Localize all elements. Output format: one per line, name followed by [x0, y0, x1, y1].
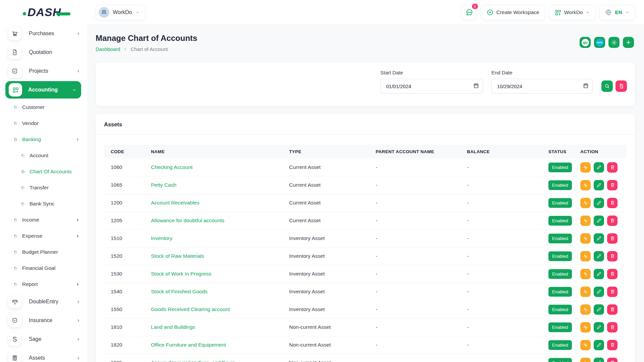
edit-button[interactable] [594, 233, 604, 244]
activity-button[interactable] [580, 162, 591, 173]
activity-button[interactable] [580, 251, 591, 261]
activity-button[interactable] [580, 269, 591, 279]
language-selector[interactable]: EN [599, 5, 635, 20]
account-name-link[interactable]: Office Furniture and Equipement [151, 342, 226, 348]
activity-button[interactable] [580, 358, 591, 362]
delete-button[interactable] [607, 198, 618, 208]
delete-button[interactable] [607, 269, 618, 279]
edit-button[interactable] [594, 340, 604, 350]
workspace-switcher[interactable]: WorkDo [549, 5, 596, 20]
pencil-icon [597, 183, 601, 187]
search-button[interactable] [601, 80, 613, 92]
account-name-link[interactable]: Accum.depreciation-Furn. and Equip [151, 360, 235, 362]
account-name-link[interactable]: Inventory [151, 235, 172, 241]
end-date-input[interactable] [491, 79, 593, 94]
sidebar-item-sage[interactable]: S Sage [0, 330, 87, 349]
account-name-link[interactable]: Allowance for doubtful accounts [151, 218, 224, 223]
sidebar-item-assets[interactable]: Assets [0, 349, 87, 362]
account-name-link[interactable]: Land and Buildings [151, 324, 195, 330]
brand-logo[interactable]: DASH [23, 6, 70, 19]
sidebar-item-purchases[interactable]: Purchases [0, 24, 87, 43]
bullet-icon [21, 202, 25, 206]
reset-filter-button[interactable] [615, 80, 627, 92]
sidebar-item-vendor[interactable]: Vendor [0, 115, 87, 131]
edit-button[interactable] [594, 358, 604, 362]
bullet-icon [13, 234, 18, 238]
sidebar-item-quotation[interactable]: Quotation [0, 43, 87, 62]
column-header-type: TYPE [282, 145, 369, 159]
chevron-right-icon [75, 282, 80, 287]
edit-button[interactable] [594, 162, 604, 173]
chat-button[interactable]: 0 [462, 5, 477, 20]
edit-button[interactable] [594, 198, 604, 208]
quickbooks-button[interactable]: qb [580, 37, 591, 48]
sidebar-item-customer[interactable]: Customer [0, 99, 87, 115]
delete-button[interactable] [607, 304, 618, 315]
sidebar-item-income[interactable]: Income [0, 212, 87, 228]
account-name-link[interactable]: Goods Received Clearing account [151, 306, 230, 312]
start-date-input[interactable] [380, 79, 483, 94]
delete-button[interactable] [607, 340, 618, 350]
account-name-link[interactable]: Account Receivables [151, 200, 200, 205]
delete-button[interactable] [607, 251, 618, 261]
sidebar-item-insurance[interactable]: Insurance [0, 311, 87, 330]
delete-button[interactable] [607, 180, 618, 190]
cell-balance: - [460, 212, 542, 230]
sidebar-item-projects[interactable]: Projects [0, 62, 87, 80]
delete-button[interactable] [607, 322, 618, 333]
activity-button[interactable] [580, 340, 591, 350]
sidebar-item-transfer[interactable]: Transfer [0, 180, 87, 196]
edit-button[interactable] [594, 322, 604, 333]
create-workspace-button[interactable]: Create Workspace [481, 5, 545, 20]
breadcrumb-dashboard-link[interactable]: Dashboard [96, 46, 120, 52]
sidebar-item-budget-planner[interactable]: Budget Planner [0, 244, 87, 260]
edit-button[interactable] [594, 304, 604, 315]
sidebar-item-account[interactable]: Account [0, 147, 87, 164]
sidebar-item-financial-goal[interactable]: Financial Goal [0, 260, 87, 276]
sidebar-item-accounting[interactable]: Accounting [5, 81, 81, 99]
sidebar-item-label: Bank Sync [30, 201, 80, 207]
account-name-link[interactable]: Stock of Raw Materials [151, 253, 204, 259]
edit-button[interactable] [594, 269, 604, 279]
account-name-link[interactable]: Stock of Work In Progress [151, 271, 211, 277]
delete-button[interactable] [607, 358, 618, 362]
edit-button[interactable] [594, 216, 604, 226]
page-action-buttons: qb xero [580, 37, 634, 48]
add-account-button[interactable] [623, 37, 634, 48]
language-label: EN [615, 9, 622, 15]
cart-icon [8, 27, 21, 40]
edit-button[interactable] [594, 251, 604, 261]
account-name-link[interactable]: Checking Account [151, 164, 193, 170]
activity-button[interactable] [580, 216, 591, 226]
xero-button[interactable]: xero [594, 37, 605, 48]
delete-button[interactable] [607, 287, 618, 297]
delete-button[interactable] [607, 216, 618, 226]
activity-button[interactable] [580, 233, 591, 244]
sidebar-item-label: Report [22, 281, 75, 287]
account-name-link[interactable]: Petty Cash [151, 182, 176, 188]
delete-button[interactable] [607, 233, 618, 244]
activity-button[interactable] [580, 287, 591, 297]
cell-balance: - [460, 265, 542, 283]
sidebar-item-chart-of-accounts[interactable]: Chart Of Accounts [0, 164, 87, 180]
settings-button[interactable] [608, 37, 620, 48]
workspace-selector[interactable]: WorkDo [96, 5, 145, 20]
activity-button[interactable] [580, 304, 591, 315]
cell-type: Current Asset [282, 176, 369, 194]
sidebar-item-report[interactable]: Report [0, 276, 87, 292]
edit-button[interactable] [594, 180, 604, 190]
pulse-icon [583, 360, 588, 362]
sidebar-item-expense[interactable]: Expense [0, 228, 87, 244]
activity-button[interactable] [580, 322, 591, 333]
sidebar-item-doubleentry[interactable]: DoubleEntry [0, 292, 87, 311]
sidebar-item-bank-sync[interactable]: Bank Sync [0, 196, 87, 212]
delete-button[interactable] [607, 162, 618, 173]
edit-button[interactable] [594, 287, 604, 297]
status-badge: Enabled [548, 234, 572, 243]
account-name-link[interactable]: Stock of Finished Goods [151, 289, 208, 294]
activity-button[interactable] [580, 198, 591, 208]
activity-button[interactable] [580, 180, 591, 190]
sidebar-item-banking[interactable]: Banking [0, 131, 87, 147]
chevron-right-icon [76, 69, 80, 73]
logo-dash-icon [56, 12, 70, 15]
